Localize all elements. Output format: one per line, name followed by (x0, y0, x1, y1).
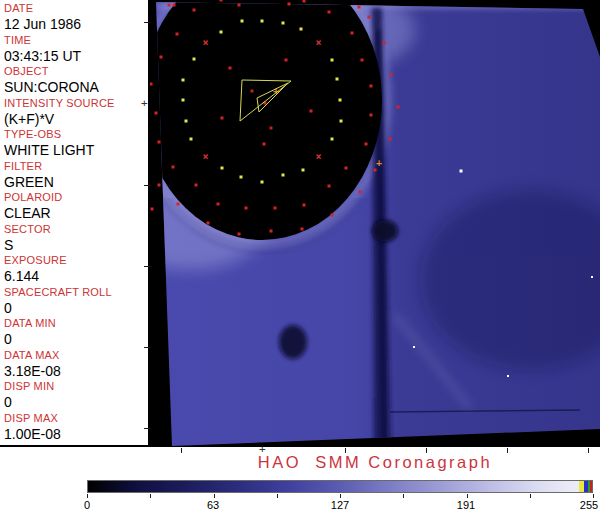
field-value: 1.00E-08 (4, 426, 148, 442)
metadata-field: DATA MIN0 (4, 317, 148, 349)
colorbar (87, 480, 593, 493)
image-title: HAO SMM Coronagraph (150, 453, 600, 472)
colorbar-label: 127 (331, 499, 349, 511)
colorbar-tick (593, 494, 594, 498)
colorbar-tick (530, 494, 531, 498)
smm-coronagraph-viewer: DATE12 Jun 1986TIME03:43:15 UTOBJECTSUN:… (0, 0, 600, 512)
axis-tick (144, 266, 151, 267)
metadata-panel: DATE12 Jun 1986TIME03:43:15 UTOBJECTSUN:… (0, 0, 150, 447)
axis-tick (144, 428, 151, 429)
field-label: FILTER (4, 160, 148, 173)
metadata-field: TYPE-OBSWHITE LIGHT (4, 128, 148, 160)
metadata-field: FILTERGREEN (4, 160, 148, 192)
field-label: DISP MAX (4, 412, 148, 425)
metadata-field: DATA MAX3.18E-08 (4, 349, 148, 381)
metadata-field: OBJECTSUN:CORONA (4, 65, 148, 97)
field-value: 6.144 (4, 268, 148, 284)
field-value: CLEAR (4, 205, 148, 221)
colorbar-tick (403, 494, 404, 498)
axis-tick (144, 347, 151, 348)
field-label: DATE (4, 2, 148, 15)
axis-tick (144, 185, 151, 186)
field-value: 0 (4, 300, 148, 316)
colorbar-label: 191 (457, 499, 475, 511)
colorbar-tick (87, 494, 88, 498)
field-value: 0 (4, 394, 148, 410)
field-label: SPACECRAFT ROLL (4, 286, 148, 299)
field-label: DATA MAX (4, 349, 148, 362)
field-value: 3.18E-08 (4, 363, 148, 379)
metadata-field: SPACECRAFT ROLL0 (4, 286, 148, 318)
field-value: GREEN (4, 174, 148, 190)
metadata-field: DATE12 Jun 1986 (4, 2, 148, 34)
field-label: TYPE-OBS (4, 128, 148, 141)
field-value: 12 Jun 1986 (4, 16, 148, 32)
field-label: EXPOSURE (4, 254, 148, 267)
colorbar-tick (467, 494, 468, 498)
overlay-annotations (150, 0, 600, 447)
field-label: DISP MIN (4, 380, 148, 393)
field-value: WHITE LIGHT (4, 142, 148, 158)
fov-polygon-inner (257, 83, 288, 112)
colorbar-label: 0 (84, 499, 90, 511)
fov-polygon-outer (240, 80, 291, 121)
colorbar-label: 63 (207, 499, 219, 511)
field-value: 03:43:15 UT (4, 48, 148, 64)
field-label: POLAROID (4, 191, 148, 204)
colorbar-label: 255 (580, 499, 598, 511)
field-label: SECTOR (4, 223, 148, 236)
metadata-field: POLAROIDCLEAR (4, 191, 148, 223)
axis-tick (144, 22, 151, 23)
field-value: 0 (4, 331, 148, 347)
metadata-field: SECTORS (4, 223, 148, 255)
colorbar-tick (150, 494, 151, 498)
colorbar-tick (214, 494, 215, 498)
metadata-field: DISP MAX1.00E-08 (4, 412, 148, 444)
field-label: TIME (4, 34, 148, 47)
field-value: (K+F)*V (4, 111, 148, 127)
metadata-field: DISP MIN0 (4, 380, 148, 412)
metadata-field: INTENSITY SOURCE(K+F)*V (4, 97, 148, 129)
field-value: SUN:CORONA (4, 79, 148, 95)
axis-plus-mark: + (141, 98, 148, 109)
colorbar-stripe (590, 481, 593, 492)
metadata-field: TIME03:43:15 UT (4, 34, 148, 66)
field-label: OBJECT (4, 65, 148, 78)
field-label: DATA MIN (4, 317, 148, 330)
image-area: ××××++ (150, 0, 600, 447)
field-value: S (4, 237, 148, 253)
colorbar-tick (340, 494, 341, 498)
metadata-field: EXPOSURE6.144 (4, 254, 148, 286)
field-label: INTENSITY SOURCE (4, 97, 148, 110)
colorbar-tick (277, 494, 278, 498)
